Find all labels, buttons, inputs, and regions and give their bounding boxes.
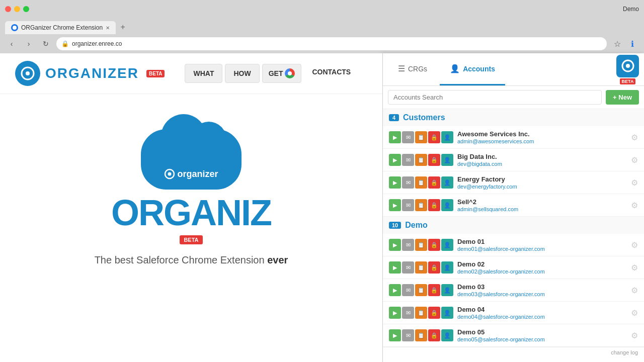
minimize-button[interactable] xyxy=(14,6,20,12)
accounts-list[interactable]: 4 Customers ▶ ✉ 📋 🔒 👤 Awesome Services I… xyxy=(383,109,644,362)
play-icon[interactable]: ▶ xyxy=(389,261,401,274)
forward-button[interactable]: › xyxy=(22,37,35,50)
email-icon[interactable]: ✉ xyxy=(402,199,414,211)
email-icon[interactable]: ✉ xyxy=(402,176,414,189)
user-icon[interactable]: 👤 xyxy=(441,131,453,143)
new-tab-button[interactable]: + xyxy=(116,20,130,34)
lock-icon[interactable]: 🔒 xyxy=(428,154,440,166)
account-email[interactable]: admin@awesomeservices.com xyxy=(457,138,627,144)
user-icon[interactable]: 👤 xyxy=(441,284,453,296)
url-bar[interactable]: 🔒 organizer.enree.co xyxy=(56,37,607,50)
nav-contacts[interactable]: CONTACTS xyxy=(304,64,359,83)
play-icon[interactable]: ▶ xyxy=(389,199,401,211)
table-row[interactable]: ▶ ✉ 📋 🔒 👤 Energy Factory dev@energyfacto… xyxy=(383,171,644,194)
account-email[interactable]: dev@bigdata.com xyxy=(457,161,627,167)
table-row[interactable]: ▶ ✉ 📋 🔒 👤 Demo 04 demo04@salesforce-orga… xyxy=(383,302,644,324)
crgs-icon: ☰ xyxy=(398,64,405,73)
doc-icon[interactable]: 📋 xyxy=(415,199,427,211)
settings-icon[interactable]: ⚙ xyxy=(631,240,638,250)
user-icon[interactable]: 👤 xyxy=(441,261,453,274)
lock-icon[interactable]: 🔒 xyxy=(428,307,440,319)
settings-icon[interactable]: ⚙ xyxy=(631,133,638,142)
lock-icon[interactable]: 🔒 xyxy=(428,284,440,296)
email-icon[interactable]: ✉ xyxy=(402,284,414,296)
reload-button[interactable]: ↻ xyxy=(39,37,52,50)
tab-accounts[interactable]: 👤 Accounts xyxy=(440,53,505,85)
table-row[interactable]: ▶ ✉ 📋 🔒 👤 Demo 02 demo02@salesforce-orga… xyxy=(383,256,644,279)
table-row[interactable]: ▶ ✉ 📋 🔒 👤 Demo 01 demo01@salesforce-orga… xyxy=(383,234,644,256)
doc-icon[interactable]: 📋 xyxy=(415,284,427,296)
table-row[interactable]: ▶ ✉ 📋 🔒 👤 Big Data Inc. dev@bigdata.com … xyxy=(383,149,644,171)
tab-close-button[interactable]: ✕ xyxy=(106,25,110,31)
doc-icon[interactable]: 📋 xyxy=(415,131,427,143)
nav-get[interactable]: GET xyxy=(262,64,302,83)
play-icon[interactable]: ▶ xyxy=(389,154,401,166)
play-icon[interactable]: ▶ xyxy=(389,329,401,341)
lock-icon[interactable]: 🔒 xyxy=(428,329,440,341)
doc-icon[interactable]: 📋 xyxy=(415,154,427,166)
bookmark-button[interactable]: ☆ xyxy=(611,37,624,50)
active-tab[interactable]: ORGanizer Chrome Extension ✕ xyxy=(5,21,116,34)
user-icon[interactable]: 👤 xyxy=(441,307,453,319)
play-icon[interactable]: ▶ xyxy=(389,307,401,319)
settings-icon[interactable]: ⚙ xyxy=(631,331,638,340)
lock-icon[interactable]: 🔒 xyxy=(428,176,440,189)
account-email[interactable]: admin@sellsquared.com xyxy=(457,206,627,212)
lock-icon[interactable]: 🔒 xyxy=(428,199,440,211)
user-icon[interactable]: 👤 xyxy=(441,329,453,341)
table-row[interactable]: ▶ ✉ 📋 🔒 👤 Sell^2 admin@sellsquared.com ⚙ xyxy=(383,194,644,217)
customers-count: 4 xyxy=(389,114,399,121)
account-email[interactable]: demo05@salesforce-organizer.com xyxy=(457,336,627,342)
tab-crgs[interactable]: ☰ CRGs xyxy=(388,53,437,85)
play-icon[interactable]: ▶ xyxy=(389,284,401,296)
table-row[interactable]: ▶ ✉ 📋 🔒 👤 Demo 03 demo03@salesforce-orga… xyxy=(383,279,644,302)
nav-how[interactable]: HOW xyxy=(225,64,259,83)
user-icon[interactable]: 👤 xyxy=(441,154,453,166)
email-icon[interactable]: ✉ xyxy=(402,329,414,341)
lock-icon[interactable]: 🔒 xyxy=(428,261,440,274)
demo-count: 10 xyxy=(389,222,401,229)
doc-icon[interactable]: 📋 xyxy=(415,261,427,274)
back-button[interactable]: ‹ xyxy=(5,37,18,50)
extension-button[interactable]: ℹ xyxy=(626,37,639,50)
email-icon[interactable]: ✉ xyxy=(402,131,414,143)
doc-icon[interactable]: 📋 xyxy=(415,176,427,189)
lock-icon[interactable]: 🔒 xyxy=(428,131,440,143)
account-email[interactable]: demo02@salesforce-organizer.com xyxy=(457,268,627,275)
email-icon[interactable]: ✉ xyxy=(402,261,414,274)
play-icon[interactable]: ▶ xyxy=(389,239,401,251)
settings-icon[interactable]: ⚙ xyxy=(631,263,638,273)
table-row[interactable]: ▶ ✉ 📋 🔒 👤 Demo 05 demo05@salesforce-orga… xyxy=(383,324,644,347)
nav-what[interactable]: WHAT xyxy=(185,64,222,83)
account-email[interactable]: dev@energyfactory.com xyxy=(457,184,627,190)
lock-icon[interactable]: 🔒 xyxy=(428,239,440,251)
user-icon[interactable]: 👤 xyxy=(441,176,453,189)
doc-icon[interactable]: 📋 xyxy=(415,329,427,341)
user-icon[interactable]: 👤 xyxy=(441,239,453,251)
customers-group-header: 4 Customers xyxy=(383,109,644,126)
doc-icon[interactable]: 📋 xyxy=(415,239,427,251)
action-icons: ▶ ✉ 📋 🔒 👤 xyxy=(389,239,453,251)
maximize-button[interactable] xyxy=(23,6,29,12)
close-button[interactable] xyxy=(5,6,11,12)
settings-icon[interactable]: ⚙ xyxy=(631,286,638,295)
change-log-link[interactable]: change log xyxy=(383,347,644,357)
email-icon[interactable]: ✉ xyxy=(402,239,414,251)
settings-icon[interactable]: ⚙ xyxy=(631,308,638,318)
settings-icon[interactable]: ⚙ xyxy=(631,178,638,188)
account-email[interactable]: demo04@salesforce-organizer.com xyxy=(457,314,627,320)
account-email[interactable]: demo01@salesforce-organizer.com xyxy=(457,246,627,252)
email-icon[interactable]: ✉ xyxy=(402,307,414,319)
settings-icon[interactable]: ⚙ xyxy=(631,201,638,210)
security-icon: 🔒 xyxy=(61,40,69,47)
settings-icon[interactable]: ⚙ xyxy=(631,155,638,165)
email-icon[interactable]: ✉ xyxy=(402,154,414,166)
account-email[interactable]: demo03@salesforce-organizer.com xyxy=(457,291,627,297)
play-icon[interactable]: ▶ xyxy=(389,131,401,143)
accounts-search-input[interactable] xyxy=(388,90,602,105)
user-icon[interactable]: 👤 xyxy=(441,199,453,211)
new-account-button[interactable]: + New xyxy=(606,90,639,105)
table-row[interactable]: ▶ ✉ 📋 🔒 👤 Awesome Services Inc. admin@aw… xyxy=(383,126,644,149)
play-icon[interactable]: ▶ xyxy=(389,176,401,189)
doc-icon[interactable]: 📋 xyxy=(415,307,427,319)
